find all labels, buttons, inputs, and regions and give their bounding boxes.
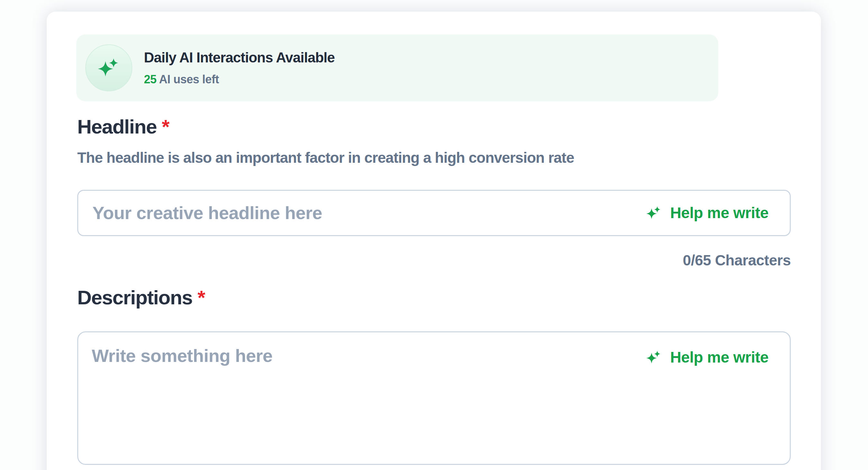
headline-description: The headline is also an important factor…	[77, 149, 791, 166]
headline-section-heading: Headline*	[77, 117, 791, 137]
headline-label: Headline	[77, 115, 156, 138]
help-me-write-label: Help me write	[670, 350, 769, 365]
ai-uses-count: 25	[144, 73, 156, 86]
descriptions-section-heading: Descriptions*	[77, 288, 791, 307]
ai-banner-text: Daily AI Interactions Available 25AI use…	[144, 51, 335, 85]
ai-uses-label: AI uses left	[159, 73, 219, 86]
headline-help-me-write-button[interactable]: Help me write	[646, 205, 769, 221]
help-me-write-label: Help me write	[670, 205, 769, 221]
headline-required-asterisk: *	[162, 115, 169, 138]
descriptions-required-asterisk: *	[198, 286, 206, 308]
headline-field: Help me write	[77, 190, 791, 236]
headline-char-counter: 0/65 Characters	[77, 253, 791, 268]
descriptions-label: Descriptions	[77, 286, 192, 308]
sparkles-icon-badge	[85, 44, 132, 91]
ai-banner-title: Daily AI Interactions Available	[144, 51, 335, 65]
sparkles-icon	[97, 56, 121, 80]
descriptions-field: Help me write	[77, 331, 791, 465]
sparkles-icon	[646, 205, 662, 221]
descriptions-help-me-write-button[interactable]: Help me write	[646, 349, 769, 366]
ai-usage-banner: Daily AI Interactions Available 25AI use…	[76, 34, 718, 101]
content-card: Daily AI Interactions Available 25AI use…	[47, 11, 821, 470]
ai-banner-subtitle: 25AI uses left	[144, 74, 335, 85]
sparkles-icon	[646, 349, 662, 366]
